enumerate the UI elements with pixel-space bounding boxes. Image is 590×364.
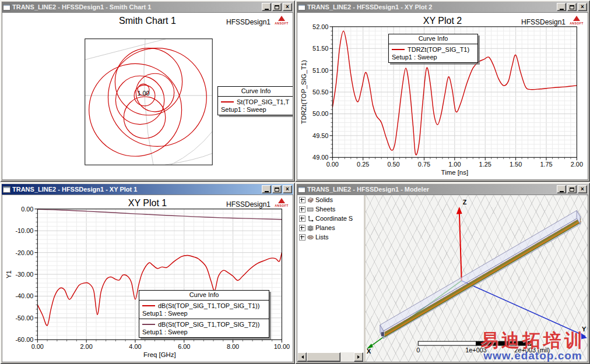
tree-item-coordinate-s[interactable]: Coordinate S [297, 214, 363, 223]
curve-info-legend[interactable]: Curve InfoSt(TOP_SIG_T1,TSetup1 : Sweep [217, 86, 293, 115]
smith-gridline [165, 153, 212, 165]
maximize-icon [275, 188, 279, 192]
xy-plot-1-canvas[interactable]: XY Plot 1 HFSSDesign1 ANSOFT 0.002.004.0… [2, 195, 293, 362]
coordinate-system-icon [307, 215, 314, 222]
x-tick-label: 0.00 [31, 343, 44, 350]
smith-curve-loop[interactable] [124, 97, 166, 139]
legend-curve-label: TDRZt(TOP_SIG_T1) [408, 46, 469, 53]
tree-item-lists[interactable]: Lists [297, 232, 363, 242]
maximize-button[interactable] [567, 185, 577, 193]
x-tick-label: 2.00 [571, 161, 583, 168]
scroll-right-button[interactable] [354, 352, 363, 362]
report-window-icon[interactable] [3, 186, 10, 193]
x-tick-label: 0.75 [418, 161, 430, 168]
scale-bar-black [476, 341, 531, 345]
modeler-3d-scene[interactable]: ZYX01e+0032e+003 (mil) [366, 195, 588, 362]
report-window-icon[interactable] [3, 4, 10, 10]
maximize-icon [570, 188, 574, 192]
tree-item-label: Solids [315, 196, 333, 203]
y-axis-label: Y [582, 326, 587, 333]
y-tick-label: -40.00 [15, 292, 33, 299]
scrollbar-track[interactable] [340, 352, 354, 362]
window-smith-chart: TRANS_LINE2 - HFSSDesign1 - Smith Chart … [0, 0, 295, 182]
expand-plus-icon[interactable] [299, 215, 305, 222]
titlebar[interactable]: TRANS_LINE2 - HFSSDesign1 - Modeler × [297, 184, 588, 195]
modeler-window-icon[interactable] [298, 186, 305, 193]
x-tick-label: 0.00 [326, 161, 339, 168]
legend-setup-label: Setup1 : Sweep [389, 54, 477, 62]
legend-setup-label: Setup1 : Sweep [139, 328, 269, 337]
legend-setup-label: Setup1 : Sweep [139, 310, 269, 319]
conductor-strip [385, 219, 581, 333]
x-tick-label: 1.25 [479, 161, 491, 168]
tree-horizontal-scrollbar[interactable] [297, 352, 363, 362]
x-tick-label: 6.00 [178, 343, 190, 350]
y-axis-label: Y1 [5, 270, 12, 278]
transmission-line-top-face[interactable] [380, 211, 580, 331]
scroll-left-button[interactable] [297, 352, 307, 362]
legend-setup-label: Setup1 : Sweep [218, 106, 293, 115]
tree-item-solids[interactable]: Solids [297, 195, 363, 204]
window-xy-plot-1: TRANS_LINE2 - HFSSDesign1 - XY Plot 1 × … [0, 182, 295, 364]
conductor-strip [385, 222, 581, 337]
modeler-canvas: SolidsSheetsCoordinate SPlanesLists ZYX0… [297, 195, 588, 362]
titlebar[interactable]: TRANS_LINE2 - HFSSDesign1 - XY Plot 2 × [297, 2, 588, 12]
window-title: TRANS_LINE2 - HFSSDesign1 - XY Plot 1 [12, 186, 260, 193]
expand-plus-icon[interactable] [299, 206, 305, 213]
legend-title: Curve Info [389, 34, 477, 44]
close-button[interactable]: × [283, 3, 292, 11]
lists-icon [307, 234, 314, 241]
maximize-button[interactable] [567, 3, 577, 11]
titlebar[interactable]: TRANS_LINE2 - HFSSDesign1 - XY Plot 1 × [2, 184, 293, 195]
minimize-button[interactable] [557, 185, 566, 193]
curve-info-legend[interactable]: Curve InfodB(St(TOP_SIG_T1,TOP_SIG_T1))S… [139, 290, 269, 338]
tree-item-label: Coordinate S [315, 215, 353, 222]
curve-color-swatch [142, 324, 155, 325]
close-button[interactable]: × [578, 3, 587, 11]
conductor-strip [385, 218, 581, 332]
expand-plus-icon[interactable] [299, 225, 305, 231]
minimize-button[interactable] [262, 185, 271, 193]
xy-plot-2-canvas[interactable]: XY Plot 2 HFSSDesign1 ANSOFT 0.000.250.5… [297, 12, 588, 180]
smith-curve-loop[interactable] [89, 63, 182, 156]
z-axis-label: Z [463, 199, 467, 206]
smith-curve-loop[interactable] [115, 76, 164, 124]
expand-plus-icon[interactable] [299, 234, 305, 241]
x-axis-label: Freq [GHz] [143, 351, 176, 358]
smith-chart-canvas[interactable]: Smith Chart 1 HFSSDesign1 ANSOFT 1.00 Cu… [2, 12, 293, 180]
maximize-button[interactable] [272, 3, 282, 11]
window-title: TRANS_LINE2 - HFSSDesign1 - Modeler [307, 186, 555, 193]
close-button[interactable]: × [283, 185, 292, 193]
y-tick-label: -20.00 [15, 249, 33, 256]
titlebar[interactable]: TRANS_LINE2 - HFSSDesign1 - Smith Chart … [2, 2, 293, 12]
tree-item-planes[interactable]: Planes [297, 223, 363, 232]
x-tick-label: 4.00 [129, 343, 141, 350]
curve-color-swatch [392, 49, 405, 50]
legend-entry: St(TOP_SIG_T1,T [218, 97, 293, 106]
legend-curve-label: dB(St(TOP_SIG_T1,TOP_SIG_T1)) [158, 302, 259, 309]
smith-grid-group [85, 39, 212, 165]
hfss-workspace: { "report": {"design": "HFSSDesign1", "l… [0, 0, 590, 364]
expand-plus-icon[interactable] [299, 197, 305, 203]
y-axis-arrowhead [581, 333, 587, 339]
x-tick-label: 0.50 [387, 161, 399, 168]
curve-info-legend[interactable]: Curve InfoTDRZt(TOP_SIG_T1)Setup1 : Swee… [388, 34, 478, 63]
tree-item-sheets[interactable]: Sheets [297, 204, 363, 214]
scrollbar-thumb[interactable] [307, 352, 340, 362]
report-window-icon[interactable] [298, 4, 305, 10]
minimize-button[interactable] [557, 3, 566, 11]
x-tick-label: 8.00 [227, 343, 239, 350]
x-tick-label: 1.00 [448, 161, 461, 168]
smith-curve-loop[interactable] [108, 48, 206, 147]
sheets-icon [307, 206, 314, 213]
legend-group: dB(St(TOP_SIG_T1,TOP_SIG_T2))Setup1 : Sw… [139, 319, 269, 337]
modeler-3d-viewport[interactable]: ZYX01e+0032e+003 (mil) 易迪拓培训 www.edatop.… [366, 195, 588, 362]
close-button[interactable]: × [578, 185, 587, 193]
y-tick-label: -50.00 [15, 314, 33, 321]
y-tick-label: 51.50 [312, 45, 328, 52]
x-tick-label: 1.75 [540, 161, 552, 168]
minimize-button[interactable] [262, 3, 271, 11]
tree-item-label: Planes [315, 224, 335, 231]
minimize-icon [560, 191, 564, 192]
maximize-button[interactable] [272, 185, 282, 193]
